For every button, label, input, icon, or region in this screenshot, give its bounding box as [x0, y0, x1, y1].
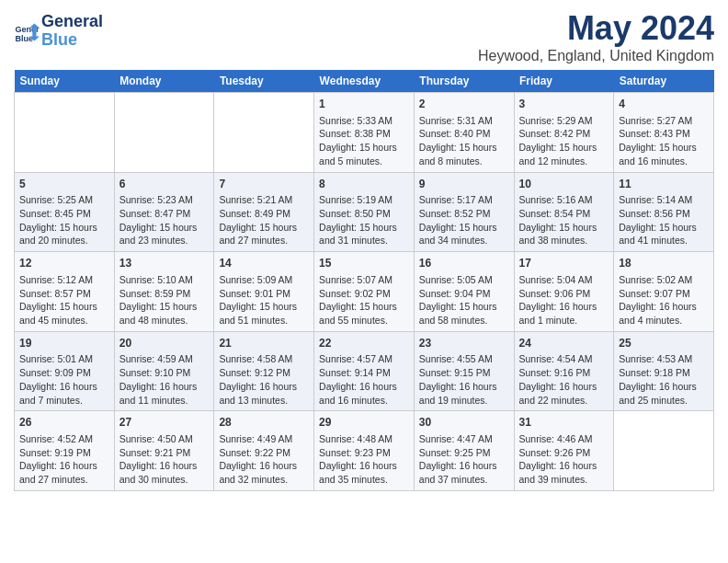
logo-icon: General Blue — [14, 18, 40, 44]
logo: General Blue General Blue — [14, 13, 103, 50]
day-number: 17 — [519, 256, 609, 271]
day-cell-9: 9Sunrise: 5:17 AM Sunset: 8:52 PM Daylig… — [414, 172, 514, 252]
day-details: Sunrise: 5:29 AM Sunset: 8:42 PM Dayligh… — [519, 114, 609, 168]
day-details: Sunrise: 4:46 AM Sunset: 9:26 PM Dayligh… — [519, 432, 609, 487]
day-details: Sunrise: 4:52 AM Sunset: 9:19 PM Dayligh… — [19, 432, 109, 487]
day-details: Sunrise: 5:17 AM Sunset: 8:52 PM Dayligh… — [419, 193, 509, 247]
day-cell-31: 31Sunrise: 4:46 AM Sunset: 9:26 PM Dayli… — [514, 411, 614, 491]
day-cell-21: 21Sunrise: 4:58 AM Sunset: 9:12 PM Dayli… — [214, 331, 314, 411]
day-cell-2: 2Sunrise: 5:31 AM Sunset: 8:40 PM Daylig… — [414, 93, 514, 173]
day-number: 31 — [519, 415, 609, 431]
day-cell-13: 13Sunrise: 5:10 AM Sunset: 8:59 PM Dayli… — [114, 252, 214, 332]
day-cell-25: 25Sunrise: 4:53 AM Sunset: 9:18 PM Dayli… — [614, 331, 714, 411]
day-number: 20 — [119, 336, 210, 351]
day-cell-30: 30Sunrise: 4:47 AM Sunset: 9:25 PM Dayli… — [414, 411, 514, 491]
day-details: Sunrise: 4:49 AM Sunset: 9:22 PM Dayligh… — [219, 432, 309, 487]
main-title: May 2024 — [478, 9, 714, 48]
calendar-table: SundayMondayTuesdayWednesdayThursdayFrid… — [14, 70, 714, 491]
day-number: 11 — [619, 177, 709, 192]
day-number: 26 — [19, 415, 109, 431]
week-row-3: 12Sunrise: 5:12 AM Sunset: 8:57 PM Dayli… — [15, 252, 714, 332]
day-cell-12: 12Sunrise: 5:12 AM Sunset: 8:57 PM Dayli… — [15, 252, 115, 332]
day-number: 25 — [619, 336, 709, 351]
day-header-wednesday: Wednesday — [314, 70, 415, 93]
day-cell-26: 26Sunrise: 4:52 AM Sunset: 9:19 PM Dayli… — [15, 411, 115, 491]
day-cell-27: 27Sunrise: 4:50 AM Sunset: 9:21 PM Dayli… — [114, 411, 214, 491]
day-number: 6 — [119, 177, 210, 192]
day-number: 30 — [419, 415, 509, 431]
day-cell-17: 17Sunrise: 5:04 AM Sunset: 9:06 PM Dayli… — [514, 252, 614, 332]
day-number: 14 — [219, 256, 309, 271]
day-details: Sunrise: 5:27 AM Sunset: 8:43 PM Dayligh… — [619, 114, 709, 168]
day-cell-7: 7Sunrise: 5:21 AM Sunset: 8:49 PM Daylig… — [214, 172, 314, 252]
day-cell-4: 4Sunrise: 5:27 AM Sunset: 8:43 PM Daylig… — [614, 93, 714, 173]
day-details: Sunrise: 5:12 AM Sunset: 8:57 PM Dayligh… — [19, 273, 109, 327]
empty-cell — [614, 411, 714, 491]
day-cell-3: 3Sunrise: 5:29 AM Sunset: 8:42 PM Daylig… — [514, 93, 614, 173]
day-details: Sunrise: 4:50 AM Sunset: 9:21 PM Dayligh… — [119, 432, 210, 487]
day-number: 28 — [219, 415, 309, 431]
day-number: 3 — [519, 97, 609, 112]
day-details: Sunrise: 5:05 AM Sunset: 9:04 PM Dayligh… — [419, 273, 509, 327]
week-row-4: 19Sunrise: 5:01 AM Sunset: 9:09 PM Dayli… — [15, 331, 714, 411]
week-row-1: 1Sunrise: 5:33 AM Sunset: 8:38 PM Daylig… — [15, 93, 714, 173]
svg-text:Blue: Blue — [15, 33, 33, 42]
day-number: 23 — [419, 336, 509, 351]
day-cell-8: 8Sunrise: 5:19 AM Sunset: 8:50 PM Daylig… — [314, 172, 415, 252]
day-cell-22: 22Sunrise: 4:57 AM Sunset: 9:14 PM Dayli… — [314, 331, 415, 411]
day-cell-20: 20Sunrise: 4:59 AM Sunset: 9:10 PM Dayli… — [114, 331, 214, 411]
day-number: 1 — [319, 97, 409, 112]
day-details: Sunrise: 4:59 AM Sunset: 9:10 PM Dayligh… — [119, 352, 210, 407]
logo-text-line2: Blue — [41, 31, 103, 50]
day-details: Sunrise: 5:14 AM Sunset: 8:56 PM Dayligh… — [619, 193, 709, 247]
day-details: Sunrise: 5:10 AM Sunset: 8:59 PM Dayligh… — [119, 273, 210, 327]
day-details: Sunrise: 4:58 AM Sunset: 9:12 PM Dayligh… — [219, 352, 309, 407]
day-number: 4 — [619, 97, 709, 112]
day-number: 10 — [519, 177, 609, 192]
day-details: Sunrise: 5:16 AM Sunset: 8:54 PM Dayligh… — [519, 193, 609, 247]
day-number: 16 — [419, 256, 509, 271]
day-cell-23: 23Sunrise: 4:55 AM Sunset: 9:15 PM Dayli… — [414, 331, 514, 411]
day-details: Sunrise: 4:47 AM Sunset: 9:25 PM Dayligh… — [419, 432, 509, 487]
subtitle: Heywood, England, United Kingdom — [478, 48, 714, 64]
day-number: 24 — [519, 336, 609, 351]
day-header-thursday: Thursday — [414, 70, 514, 93]
day-cell-29: 29Sunrise: 4:48 AM Sunset: 9:23 PM Dayli… — [314, 411, 415, 491]
day-number: 22 — [319, 336, 409, 351]
day-details: Sunrise: 5:23 AM Sunset: 8:47 PM Dayligh… — [119, 193, 210, 247]
day-number: 18 — [619, 256, 709, 271]
day-details: Sunrise: 5:19 AM Sunset: 8:50 PM Dayligh… — [319, 193, 409, 247]
day-details: Sunrise: 5:07 AM Sunset: 9:02 PM Dayligh… — [319, 273, 409, 327]
week-row-5: 26Sunrise: 4:52 AM Sunset: 9:19 PM Dayli… — [15, 411, 714, 491]
day-cell-1: 1Sunrise: 5:33 AM Sunset: 8:38 PM Daylig… — [314, 93, 415, 173]
day-details: Sunrise: 5:21 AM Sunset: 8:49 PM Dayligh… — [219, 193, 309, 247]
day-header-saturday: Saturday — [614, 70, 714, 93]
day-details: Sunrise: 4:57 AM Sunset: 9:14 PM Dayligh… — [319, 352, 409, 407]
day-header-row: SundayMondayTuesdayWednesdayThursdayFrid… — [15, 70, 714, 93]
day-number: 13 — [119, 256, 210, 271]
day-details: Sunrise: 5:02 AM Sunset: 9:07 PM Dayligh… — [619, 273, 709, 327]
day-header-tuesday: Tuesday — [214, 70, 314, 93]
day-details: Sunrise: 5:25 AM Sunset: 8:45 PM Dayligh… — [19, 193, 109, 247]
day-cell-15: 15Sunrise: 5:07 AM Sunset: 9:02 PM Dayli… — [314, 252, 415, 332]
day-details: Sunrise: 5:33 AM Sunset: 8:38 PM Dayligh… — [319, 114, 409, 168]
day-cell-24: 24Sunrise: 4:54 AM Sunset: 9:16 PM Dayli… — [514, 331, 614, 411]
day-number: 19 — [19, 336, 109, 351]
empty-cell — [15, 93, 115, 173]
day-number: 7 — [219, 177, 309, 192]
day-details: Sunrise: 4:54 AM Sunset: 9:16 PM Dayligh… — [519, 352, 609, 407]
day-number: 15 — [319, 256, 409, 271]
day-number: 21 — [219, 336, 309, 351]
day-cell-16: 16Sunrise: 5:05 AM Sunset: 9:04 PM Dayli… — [414, 252, 514, 332]
day-cell-14: 14Sunrise: 5:09 AM Sunset: 9:01 PM Dayli… — [214, 252, 314, 332]
day-number: 27 — [119, 415, 210, 431]
day-cell-11: 11Sunrise: 5:14 AM Sunset: 8:56 PM Dayli… — [614, 172, 714, 252]
day-header-monday: Monday — [114, 70, 214, 93]
day-details: Sunrise: 5:31 AM Sunset: 8:40 PM Dayligh… — [419, 114, 509, 168]
day-cell-19: 19Sunrise: 5:01 AM Sunset: 9:09 PM Dayli… — [15, 331, 115, 411]
day-details: Sunrise: 5:01 AM Sunset: 9:09 PM Dayligh… — [19, 352, 109, 407]
day-cell-6: 6Sunrise: 5:23 AM Sunset: 8:47 PM Daylig… — [114, 172, 214, 252]
day-details: Sunrise: 4:48 AM Sunset: 9:23 PM Dayligh… — [319, 432, 409, 487]
day-number: 12 — [19, 256, 109, 271]
day-details: Sunrise: 5:04 AM Sunset: 9:06 PM Dayligh… — [519, 273, 609, 327]
